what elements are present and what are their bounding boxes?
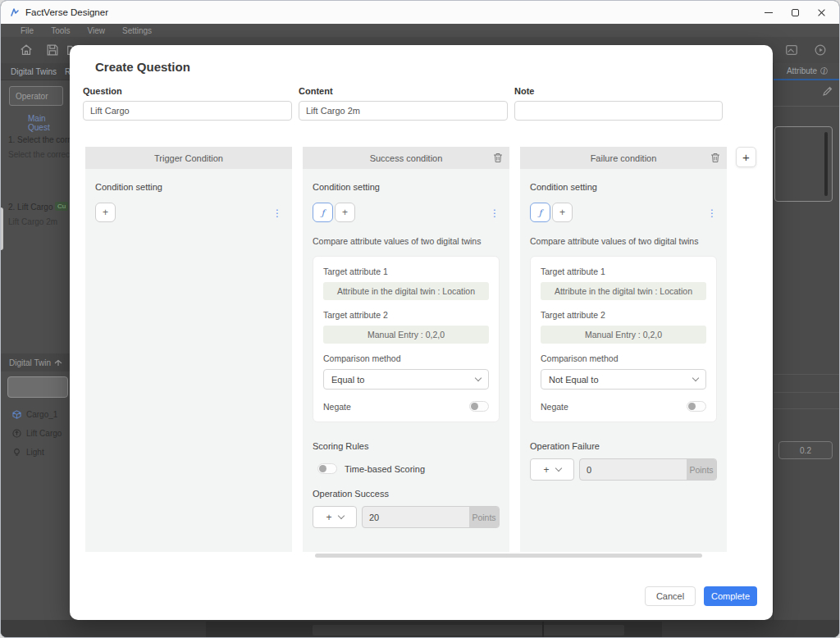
- add-condition-button[interactable]: +: [335, 203, 355, 222]
- failure-condition-column: Failure condition Condition setting ƒ + …: [520, 147, 727, 552]
- operator-dropdown[interactable]: Operator: [9, 86, 63, 106]
- comparison-method-select[interactable]: Not Equal to: [541, 369, 706, 390]
- app-logo-icon: [9, 7, 20, 18]
- import-twin-icon[interactable]: [53, 358, 63, 367]
- comparison-method-value: Equal to: [331, 375, 476, 385]
- note-label: Note: [514, 86, 723, 96]
- lift-icon: [12, 429, 21, 438]
- operation-failure-label: Operation Failure: [530, 441, 717, 451]
- maximize-button[interactable]: [782, 1, 808, 24]
- success-header-label: Success condition: [370, 153, 443, 163]
- time-based-scoring-label: Time-based Scoring: [345, 464, 425, 474]
- operator-dropdown[interactable]: +: [530, 458, 574, 481]
- target-attribute-2-value[interactable]: Manual Entry : 0,2,0: [323, 326, 489, 344]
- attribute-panel: Attribute i 0.2: [773, 63, 840, 620]
- menu-view[interactable]: View: [87, 26, 105, 35]
- time-based-scoring-toggle[interactable]: [317, 463, 337, 474]
- maximize-icon: [792, 9, 799, 16]
- quest-item-subtitle: Select the correc: [8, 150, 70, 159]
- target-attribute-2-label: Target attribute 2: [323, 310, 489, 320]
- target-attribute-2-value[interactable]: Manual Entry : 0,2,0: [541, 326, 706, 344]
- screenshot-icon[interactable]: [784, 43, 799, 57]
- modal-title: Create Question: [95, 60, 190, 74]
- preview-scrollbar[interactable]: [824, 132, 828, 196]
- cube-icon: [12, 410, 21, 419]
- operator-sign: +: [543, 464, 549, 476]
- condition-function-button[interactable]: ƒ: [313, 203, 333, 222]
- operation-success-label: Operation Success: [313, 489, 500, 499]
- menu-tools[interactable]: Tools: [51, 26, 70, 35]
- condition-function-button[interactable]: ƒ: [530, 203, 550, 222]
- attribute-value-field[interactable]: 0.2: [778, 441, 833, 459]
- menu-file[interactable]: File: [21, 26, 34, 35]
- negate-label: Negate: [323, 402, 469, 412]
- function-icon: ƒ: [322, 208, 325, 217]
- light-bulb-icon: [12, 448, 21, 457]
- close-button[interactable]: [808, 1, 834, 24]
- cancel-button[interactable]: Cancel: [645, 586, 696, 606]
- negate-toggle[interactable]: [687, 401, 706, 412]
- panel-collapse-handle[interactable]: [1, 207, 3, 250]
- viewport-divider: [542, 622, 544, 638]
- attribute-preview-box: [774, 126, 833, 202]
- add-condition-button[interactable]: +: [95, 203, 116, 222]
- digital-twin-section-header: Digital Twin: [1, 353, 70, 371]
- twin-list-item[interactable]: Cargo_1: [12, 408, 57, 421]
- complete-button[interactable]: Complete: [704, 586, 757, 606]
- operator-dropdown[interactable]: +: [313, 506, 357, 528]
- negate-toggle[interactable]: [469, 401, 489, 412]
- more-options-icon[interactable]: ⋮: [707, 207, 717, 219]
- points-input-group: Points: [362, 506, 500, 528]
- tab-digital-twins[interactable]: Digital Twins: [11, 67, 57, 76]
- quest-panel: Operator Main Quest 1. Select the corr S…: [1, 80, 70, 620]
- chevron-down-icon: [555, 465, 561, 472]
- content-label: Content: [299, 86, 508, 96]
- tab-attribute[interactable]: Attribute i: [774, 63, 840, 79]
- success-points-input[interactable]: [363, 507, 469, 527]
- note-input[interactable]: [514, 101, 723, 121]
- add-condition-column-button[interactable]: +: [736, 147, 756, 167]
- save-icon[interactable]: [45, 43, 60, 57]
- delete-column-icon[interactable]: [493, 153, 503, 163]
- content-input[interactable]: [299, 101, 508, 121]
- twin-list-item[interactable]: Lift Cargo: [12, 426, 62, 440]
- twin-search-input[interactable]: [7, 376, 68, 398]
- chevron-down-icon: [475, 375, 482, 381]
- target-attribute-1-label: Target attribute 1: [323, 267, 489, 276]
- twin-name: Cargo_1: [26, 410, 57, 419]
- target-attribute-1-value[interactable]: Attribute in the digital twin : Location: [323, 282, 489, 300]
- more-options-icon[interactable]: ⋮: [272, 207, 282, 219]
- compare-description: Compare attribute values of two digital …: [530, 236, 717, 246]
- points-suffix-label: Points: [469, 507, 499, 527]
- add-condition-button[interactable]: +: [552, 203, 573, 222]
- comparison-method-select[interactable]: Equal to: [323, 369, 489, 390]
- failure-points-input[interactable]: [580, 459, 687, 480]
- twin-list-item[interactable]: Light: [12, 445, 44, 458]
- question-input[interactable]: [83, 101, 292, 121]
- condition-setting-label: Condition setting: [313, 182, 500, 192]
- trigger-header-label: Trigger Condition: [154, 153, 223, 163]
- divider: [774, 408, 840, 409]
- minimize-icon: [765, 12, 773, 13]
- titlebar: FactVerse Designer: [1, 1, 839, 24]
- target-attribute-1-value[interactable]: Attribute in the digital twin : Location: [541, 282, 706, 300]
- divider: [774, 392, 840, 393]
- close-icon: [817, 8, 826, 17]
- target-attribute-1-label: Target attribute 1: [541, 267, 706, 276]
- home-icon[interactable]: [19, 43, 34, 57]
- question-label: Question: [83, 86, 292, 96]
- quest-item-title[interactable]: 2. Lift Cargo: [8, 203, 52, 212]
- digital-twin-header-label: Digital Twin: [9, 358, 53, 367]
- menu-settings[interactable]: Settings: [122, 26, 152, 35]
- run-preview-icon[interactable]: [813, 43, 828, 57]
- negate-label: Negate: [541, 402, 687, 412]
- horizontal-scrollbar[interactable]: [315, 554, 702, 558]
- plus-icon: +: [559, 207, 565, 217]
- minimize-button[interactable]: [756, 1, 782, 24]
- more-options-icon[interactable]: ⋮: [490, 207, 500, 219]
- quest-item-title[interactable]: 1. Select the corr: [8, 135, 70, 144]
- main-quest-link[interactable]: Main Quest: [28, 114, 70, 132]
- edit-pencil-icon[interactable]: [822, 86, 833, 97]
- question-form-row: Question Content Note: [83, 86, 723, 121]
- delete-column-icon[interactable]: [710, 153, 720, 163]
